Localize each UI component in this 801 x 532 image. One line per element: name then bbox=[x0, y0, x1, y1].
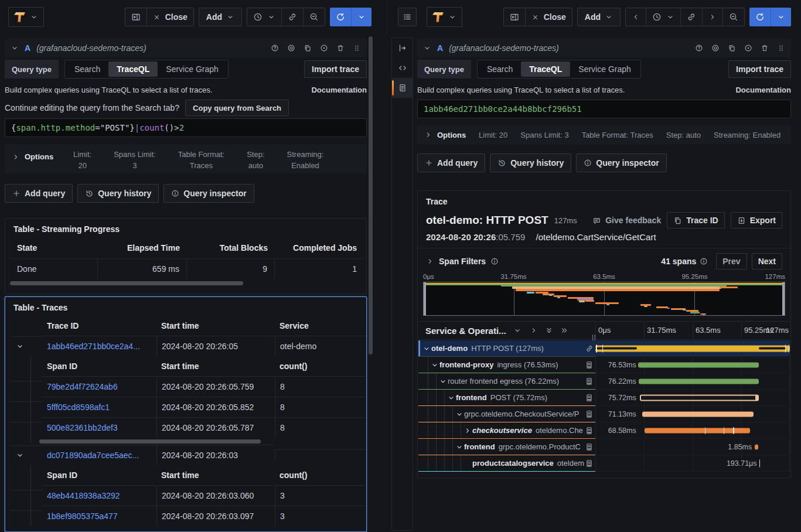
run-query-button-right[interactable] bbox=[749, 8, 771, 26]
options-toggle-right[interactable]: Options bbox=[424, 131, 466, 139]
record-icon[interactable] bbox=[287, 44, 295, 52]
span-id-link[interactable]: 5fff05cd8598afc1 bbox=[42, 397, 156, 417]
collapse-span-icon[interactable] bbox=[438, 377, 448, 386]
trace-row[interactable]: dc071890ada7cee5aec...2024-08-20 20:26:0… bbox=[10, 445, 366, 465]
time-shift-back-icon[interactable] bbox=[626, 8, 646, 26]
span-timeline-cell[interactable]: 76.22ms bbox=[595, 373, 790, 390]
span-bar[interactable] bbox=[595, 345, 790, 352]
collapse-query-icon[interactable] bbox=[423, 44, 431, 52]
help-icon[interactable] bbox=[271, 44, 279, 52]
query-row-header-right[interactable]: A (grafanacloud-sedemo-traces) bbox=[417, 39, 791, 57]
traceql-query-input-left[interactable]: {span.http.method = "POST"} | count() > … bbox=[5, 118, 367, 137]
waterfall-span-row[interactable]: productcatalogserviceoteldem193.71μs bbox=[418, 455, 790, 472]
span-name-cell[interactable]: productcatalogserviceoteldem bbox=[418, 455, 595, 472]
logs-icon[interactable] bbox=[585, 442, 594, 451]
copy-query-icon[interactable] bbox=[304, 44, 312, 52]
split-pane-icon[interactable] bbox=[504, 8, 526, 26]
span-name-cell[interactable]: frontendgrpc.oteldemo.ProductC bbox=[418, 439, 595, 455]
span-timeline-cell[interactable]: 1.85ms bbox=[595, 439, 790, 455]
span-id-link[interactable]: 500e82361bb2def3 bbox=[42, 417, 156, 438]
logs-icon[interactable] bbox=[585, 459, 594, 468]
collapse-span-icon[interactable] bbox=[463, 427, 472, 435]
disable-query-icon[interactable] bbox=[744, 44, 752, 52]
add-query-button-right[interactable]: Add query bbox=[417, 154, 485, 172]
minimap-canvas[interactable] bbox=[423, 282, 785, 316]
span-links-icon[interactable] bbox=[585, 345, 594, 353]
import-trace-button-left[interactable]: Import trace bbox=[304, 60, 367, 78]
service-operation-header[interactable]: Service & Operati... bbox=[425, 326, 506, 336]
collapse-span-icon[interactable] bbox=[455, 410, 464, 418]
collapse-span-icon[interactable] bbox=[422, 345, 431, 353]
query-inspector-button-right[interactable]: Query inspector bbox=[576, 154, 666, 172]
trace-row[interactable]: 1abb46ed271bb0ce2a4...2024-08-20 20:26:0… bbox=[10, 336, 366, 356]
query-inspector-button-left[interactable]: Query inspector bbox=[163, 184, 254, 203]
span-id-link[interactable]: 1b8ef9805375a477 bbox=[42, 506, 156, 526]
disable-query-icon[interactable] bbox=[320, 44, 328, 52]
span-row[interactable]: 79be2d4f72624ab62024-08-20 20:26:05.7598 bbox=[10, 376, 366, 397]
collapse-span-icon[interactable] bbox=[430, 361, 439, 369]
span-bar[interactable] bbox=[638, 362, 759, 367]
tab-search[interactable]: Search bbox=[66, 62, 108, 77]
minimap-handle-left[interactable] bbox=[424, 282, 426, 315]
tab-service-graph[interactable]: Service Graph bbox=[570, 62, 639, 77]
expand-all-icon[interactable] bbox=[545, 326, 553, 335]
collapse-trace-icon[interactable] bbox=[10, 445, 42, 465]
collapse-span-icon[interactable] bbox=[455, 443, 464, 451]
zoom-out-icon[interactable] bbox=[304, 8, 325, 26]
span-name-cell[interactable]: frontend-proxyingress (76.53ms) bbox=[418, 357, 595, 373]
trace-outline-button[interactable] bbox=[392, 78, 413, 98]
horizontal-scrollbar[interactable] bbox=[39, 439, 261, 444]
close-pane-button-right[interactable]: Close bbox=[526, 8, 572, 26]
link-icon[interactable] bbox=[681, 8, 703, 26]
run-query-interval-left[interactable] bbox=[352, 8, 371, 26]
span-row[interactable]: 1b8ef9805375a4772024-08-20 20:26:03.0973 bbox=[10, 506, 366, 526]
query-history-button-right[interactable]: Query history bbox=[490, 154, 571, 172]
tab-traceql[interactable]: TraceQL bbox=[521, 62, 570, 77]
waterfall-span-row[interactable]: checkoutserviceoteldemo.Che68.58ms bbox=[418, 422, 790, 439]
span-timeline-cell[interactable]: 68.58ms bbox=[595, 422, 790, 439]
drag-handle-icon[interactable] bbox=[777, 44, 785, 52]
time-picker-right[interactable] bbox=[646, 8, 681, 26]
waterfall-span-row[interactable]: frontendgrpc.oteldemo.ProductC1.85ms bbox=[418, 439, 790, 455]
datasource-picker-left[interactable] bbox=[8, 7, 44, 27]
split-pane-icon[interactable] bbox=[125, 8, 147, 26]
time-picker-left[interactable] bbox=[247, 8, 282, 26]
options-toggle-left[interactable]: Options bbox=[12, 152, 53, 161]
add-query-button-left[interactable]: Add query bbox=[5, 184, 73, 203]
traceql-query-input-right[interactable]: 1abb46ed271bb0ce2a44b8bbcf296b51 bbox=[417, 100, 791, 118]
span-bar[interactable] bbox=[645, 428, 750, 433]
span-row[interactable]: 500e82361bb2def32024-08-20 20:26:05.7878 bbox=[10, 417, 366, 438]
run-query-interval-right[interactable] bbox=[771, 8, 791, 26]
help-icon[interactable] bbox=[695, 44, 703, 52]
copy-query-icon[interactable] bbox=[728, 44, 736, 52]
span-row[interactable]: 48eb4418938a32922024-08-20 20:26:03.0603 bbox=[10, 485, 366, 506]
logs-icon[interactable] bbox=[585, 426, 594, 435]
outline-button[interactable] bbox=[398, 8, 417, 26]
span-name-cell[interactable]: frontendPOST (75.72ms) bbox=[418, 390, 595, 406]
logs-icon[interactable] bbox=[585, 360, 594, 369]
span-id-link[interactable]: 48eb4418938a3292 bbox=[42, 485, 156, 506]
time-shift-forward-icon[interactable] bbox=[703, 8, 723, 26]
record-icon[interactable] bbox=[711, 44, 720, 52]
waterfall-span-row[interactable]: grpc.oteldemo.CheckoutService/P71.13ms bbox=[418, 406, 790, 422]
expand-outline-button[interactable] bbox=[392, 38, 413, 58]
tab-traceql[interactable]: TraceQL bbox=[108, 62, 158, 77]
minimap-handle-right[interactable] bbox=[782, 282, 785, 315]
documentation-link-left[interactable]: Documentation bbox=[311, 86, 367, 94]
chevron-down-icon[interactable] bbox=[513, 326, 521, 335]
link-icon[interactable] bbox=[282, 8, 304, 26]
collapse-all-icon[interactable] bbox=[560, 326, 568, 335]
span-name-cell[interactable]: checkoutserviceoteldemo.Che bbox=[418, 422, 595, 439]
trace-id-button[interactable]: Trace ID bbox=[667, 212, 724, 229]
export-button[interactable]: Export bbox=[731, 212, 782, 229]
run-query-button-left[interactable] bbox=[330, 8, 352, 26]
trace-id-link[interactable]: dc071890ada7cee5aec... bbox=[42, 445, 156, 465]
import-trace-button-right[interactable]: Import trace bbox=[728, 60, 791, 78]
copy-query-from-search-button[interactable]: Copy query from Search bbox=[185, 100, 289, 116]
chevron-right-icon[interactable] bbox=[426, 257, 434, 265]
span-bar[interactable] bbox=[755, 444, 758, 449]
waterfall-span-row[interactable]: router frontend egress (76.22ms)76.22ms bbox=[418, 373, 790, 390]
collapse-query-icon[interactable] bbox=[11, 44, 19, 52]
span-bar[interactable] bbox=[640, 394, 759, 401]
waterfall-span-row[interactable]: frontendPOST (75.72ms)75.72ms bbox=[418, 390, 790, 406]
